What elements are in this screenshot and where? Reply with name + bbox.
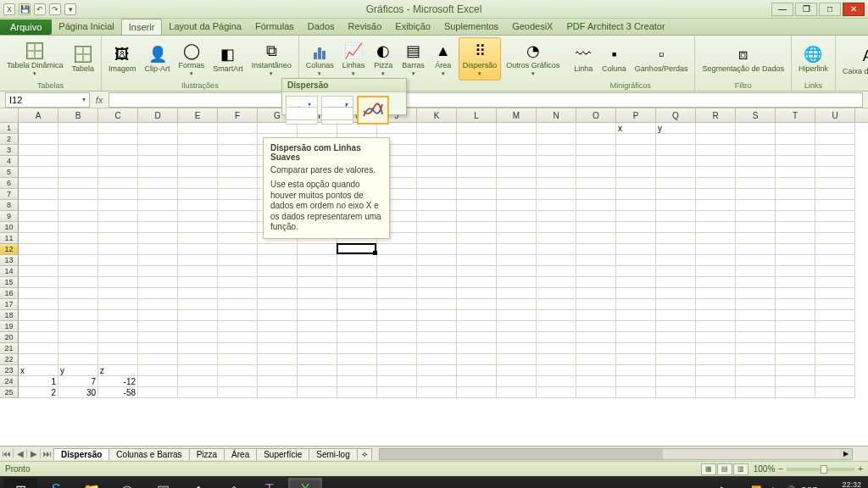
cell[interactable] (656, 134, 696, 145)
cell[interactable] (776, 211, 815, 222)
cell[interactable] (736, 134, 776, 145)
cell[interactable] (298, 387, 337, 398)
cell[interactable] (58, 244, 98, 255)
cell[interactable] (218, 200, 258, 211)
cell[interactable] (138, 354, 178, 365)
normal-view-button[interactable]: ▦ (701, 463, 716, 475)
cell[interactable] (576, 343, 616, 354)
tab-layout-da-página[interactable]: Layout da Página (162, 19, 248, 35)
cell[interactable] (576, 134, 616, 145)
cell[interactable] (218, 178, 258, 189)
row-header[interactable]: 4 (0, 156, 19, 167)
cell[interactable]: 30 (58, 387, 98, 398)
cell[interactable] (377, 332, 417, 343)
restore-button[interactable]: ❐ (795, 3, 817, 16)
cell[interactable] (138, 134, 178, 145)
cell[interactable] (457, 222, 497, 233)
cell[interactable] (696, 156, 736, 167)
cell[interactable] (377, 343, 417, 354)
cell[interactable] (656, 233, 696, 244)
cell[interactable] (337, 310, 377, 321)
cell[interactable] (98, 123, 138, 134)
cell[interactable] (457, 233, 497, 244)
cell[interactable] (19, 332, 58, 343)
column-header[interactable]: U (815, 108, 855, 122)
cell[interactable] (656, 321, 696, 332)
cell[interactable] (457, 387, 497, 398)
cell[interactable] (98, 189, 138, 200)
row-header[interactable]: 20 (0, 332, 19, 343)
cell[interactable] (776, 189, 815, 200)
cell[interactable] (537, 211, 576, 222)
cell[interactable] (656, 310, 696, 321)
cell[interactable] (258, 343, 298, 354)
cell[interactable] (258, 321, 298, 332)
tab-suplementos[interactable]: Suplementos (437, 19, 505, 35)
cell[interactable] (58, 200, 98, 211)
cell[interactable] (537, 321, 576, 332)
cell[interactable] (19, 321, 58, 332)
cell[interactable] (178, 123, 218, 134)
cell[interactable] (537, 332, 576, 343)
cell[interactable] (497, 266, 537, 277)
new-sheet-button[interactable]: ✧ (357, 448, 372, 460)
cell[interactable]: 1 (19, 376, 58, 387)
fx-icon[interactable]: fx (92, 95, 107, 105)
cell[interactable] (656, 266, 696, 277)
cell[interactable] (656, 145, 696, 156)
cell[interactable] (58, 288, 98, 299)
cell[interactable] (58, 123, 98, 134)
cell[interactable] (576, 145, 616, 156)
cell[interactable] (298, 332, 337, 343)
cell[interactable] (178, 310, 218, 321)
cell[interactable] (736, 299, 776, 310)
cell[interactable] (736, 266, 776, 277)
cell[interactable] (457, 332, 497, 343)
cell[interactable] (815, 123, 855, 134)
cell[interactable] (736, 376, 776, 387)
cell[interactable] (696, 332, 736, 343)
cell[interactable] (417, 233, 457, 244)
smartart-button[interactable]: ◧SmartArt (209, 37, 247, 80)
sparkline-line-button[interactable]: 〰Linha (570, 37, 597, 80)
taskbar-virtualbox[interactable]: ◆ (181, 478, 215, 488)
cell[interactable] (337, 376, 377, 387)
cell[interactable] (736, 387, 776, 398)
cell[interactable] (776, 277, 815, 288)
scatter-straight-lines-option[interactable] (321, 107, 353, 120)
cell[interactable] (736, 310, 776, 321)
cell[interactable] (696, 134, 736, 145)
cell[interactable] (457, 255, 497, 266)
cell[interactable] (815, 332, 855, 343)
cell[interactable] (656, 167, 696, 178)
cell[interactable] (337, 255, 377, 266)
cell[interactable] (377, 299, 417, 310)
cell[interactable] (298, 354, 337, 365)
cell[interactable] (337, 244, 377, 255)
cell[interactable] (417, 354, 457, 365)
cell[interactable] (417, 222, 457, 233)
cell[interactable] (218, 376, 258, 387)
cell[interactable] (258, 277, 298, 288)
cell[interactable] (696, 299, 736, 310)
scatter-straight-markers-option[interactable] (286, 107, 318, 120)
cell[interactable] (576, 255, 616, 266)
cell[interactable] (457, 167, 497, 178)
cell[interactable] (178, 332, 218, 343)
cell[interactable] (19, 343, 58, 354)
cell[interactable] (457, 354, 497, 365)
cell[interactable] (537, 365, 576, 376)
cell[interactable] (58, 310, 98, 321)
cell[interactable] (377, 288, 417, 299)
cell[interactable] (537, 233, 576, 244)
cell[interactable] (19, 299, 58, 310)
zoom-out-button[interactable]: − (778, 464, 783, 474)
cell[interactable] (377, 387, 417, 398)
cell[interactable] (178, 321, 218, 332)
cell[interactable] (616, 156, 656, 167)
cell[interactable] (58, 233, 98, 244)
cell[interactable] (457, 244, 497, 255)
column-header[interactable]: D (138, 108, 178, 122)
cell[interactable] (138, 288, 178, 299)
cell[interactable] (178, 343, 218, 354)
